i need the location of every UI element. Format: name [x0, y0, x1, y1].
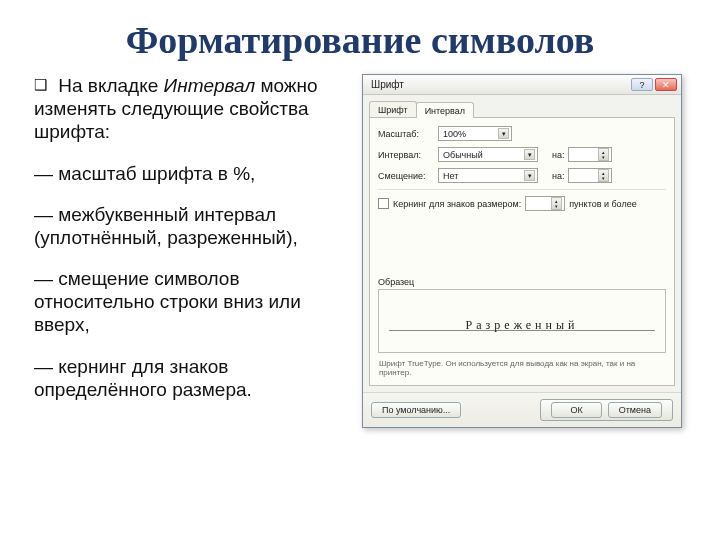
label-scale: Масштаб:: [378, 129, 434, 139]
shift-combo[interactable]: Нет ▾: [438, 168, 538, 183]
label-na1: на:: [552, 150, 564, 160]
intro-paragraph: ❑ На вкладке Интервал можно изменять сле…: [34, 74, 354, 144]
label-interval: Интервал:: [378, 150, 434, 160]
dialog-titlebar: Шрифт ? ✕: [363, 75, 681, 95]
separator: [378, 189, 666, 190]
dialog-button-bar: По умолчанию... ОК Отмена: [363, 392, 681, 427]
left-text-column: ❑ На вкладке Интервал можно изменять сле…: [34, 74, 354, 419]
content-row: ❑ На вкладке Интервал можно изменять сле…: [0, 74, 720, 428]
chevron-down-icon: ▾: [524, 170, 535, 181]
bullet-3: — смещение символов относительно строки …: [34, 267, 354, 337]
ok-button[interactable]: ОК: [551, 402, 601, 418]
label-shift: Смещение:: [378, 171, 434, 181]
interval-amount-stepper[interactable]: ▴▾: [568, 147, 612, 162]
intro-em: Интервал: [164, 75, 256, 96]
close-button[interactable]: ✕: [655, 78, 677, 91]
interval-value: Обычный: [443, 150, 483, 160]
sample-text: Разреженный: [379, 318, 665, 333]
scale-combo[interactable]: 100% ▾: [438, 126, 512, 141]
chevron-down-icon: ▾: [498, 128, 509, 139]
label-sample: Образец: [378, 277, 666, 287]
help-button[interactable]: ?: [631, 78, 653, 91]
sample-preview: Разреженный: [378, 289, 666, 353]
scale-value: 100%: [443, 129, 466, 139]
label-points-more: пунктов и более: [569, 199, 636, 209]
spinner-icon: ▴▾: [598, 148, 609, 161]
cancel-button[interactable]: Отмена: [608, 402, 662, 418]
shift-value: Нет: [443, 171, 458, 181]
label-na2: на:: [552, 171, 564, 181]
tab-font[interactable]: Шрифт: [369, 101, 417, 117]
interval-combo[interactable]: Обычный ▾: [438, 147, 538, 162]
dialog-title: Шрифт: [371, 79, 404, 90]
spinner-icon: ▴▾: [598, 169, 609, 182]
chevron-down-icon: ▾: [524, 149, 535, 160]
bullet-1: — масштаб шрифта в %,: [34, 162, 354, 185]
kerning-checkbox[interactable]: [378, 198, 389, 209]
slide-title: Форматирование символов: [0, 0, 720, 74]
tab-interval[interactable]: Интервал: [416, 102, 474, 118]
shift-amount-stepper[interactable]: ▴▾: [568, 168, 612, 183]
label-kerning: Кернинг для знаков размером:: [393, 199, 521, 209]
bullet-2: — межбуквенный интервал (уплотнённый, ра…: [34, 203, 354, 249]
hint-text: Шрифт TrueType. Он используется для выво…: [378, 357, 666, 377]
right-dialog-column: Шрифт ? ✕ Шрифт Интервал Масштаб: 100% ▾: [362, 74, 698, 428]
bullet-4: — кернинг для знаков определённого разме…: [34, 355, 354, 401]
kerning-size-stepper[interactable]: ▴▾: [525, 196, 565, 211]
spinner-icon: ▴▾: [551, 197, 562, 210]
tab-strip: Шрифт Интервал: [363, 95, 681, 117]
square-bullet-icon: ❑: [34, 76, 47, 93]
tab-panel-interval: Масштаб: 100% ▾ Интервал: Обычный ▾ на:: [369, 117, 675, 386]
intro-pre: На вкладке: [58, 75, 163, 96]
font-dialog: Шрифт ? ✕ Шрифт Интервал Масштаб: 100% ▾: [362, 74, 682, 428]
default-button[interactable]: По умолчанию...: [371, 402, 461, 418]
